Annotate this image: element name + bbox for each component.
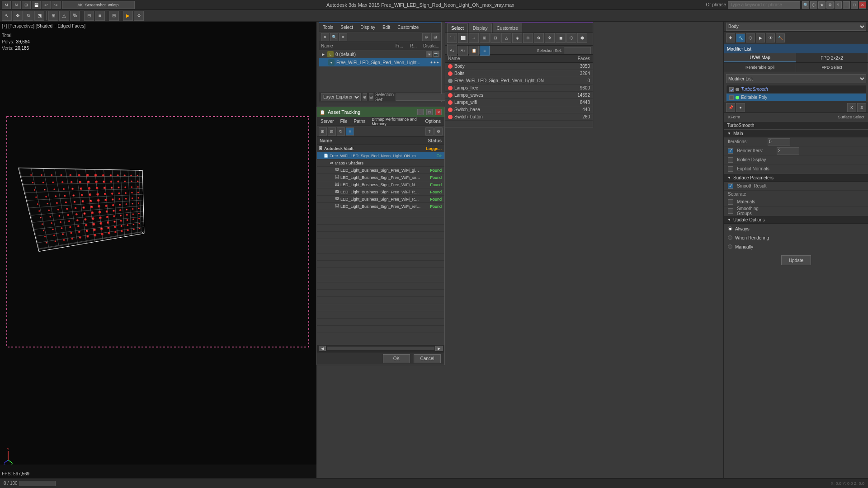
save-btn[interactable]: 💾 bbox=[32, 1, 41, 9]
at-scroll-right[interactable]: ▶ bbox=[435, 346, 443, 351]
at-row-rede[interactable]: 🖼 LED_Light_Business_Sign_Free_WiFi_Red_… bbox=[317, 196, 444, 203]
sfs-row-switch-btn[interactable]: Switch_button 260 bbox=[445, 113, 593, 121]
at-menu-file[interactable]: File bbox=[338, 118, 349, 125]
sfs-row-wifi-led[interactable]: Free_WiFi_LED_Sign_Red_Neon_Light_ON 0 bbox=[445, 77, 593, 84]
star-btn[interactable]: ★ bbox=[818, 1, 826, 9]
at-help-btn[interactable]: ? bbox=[425, 127, 434, 136]
at-maximize-btn[interactable]: □ bbox=[426, 109, 433, 115]
smoothing-groups-check[interactable] bbox=[728, 208, 733, 214]
align-btn[interactable]: ≡ bbox=[95, 11, 105, 21]
at-scroll-left[interactable]: ◀ bbox=[319, 346, 326, 351]
modifier-turbosmooth[interactable]: TurboSmooth bbox=[726, 85, 866, 94]
update-btn[interactable]: Update bbox=[781, 255, 811, 265]
rotate-tool-btn[interactable]: ↻ bbox=[24, 11, 33, 21]
settings-btn[interactable]: ⚙ bbox=[826, 1, 834, 9]
help-btn[interactable]: ? bbox=[835, 1, 842, 9]
sfs-filter4-btn[interactable]: ◈ bbox=[512, 33, 522, 43]
object-name-dropdown[interactable]: Body bbox=[726, 23, 866, 31]
rp-tab-display[interactable]: 👁 bbox=[766, 33, 775, 42]
at-btn2[interactable]: ⊟ bbox=[328, 127, 336, 136]
at-cancel-btn[interactable]: Cancel bbox=[414, 354, 441, 363]
smooth-result-check[interactable]: ✓ bbox=[728, 183, 733, 189]
sfs-all-btn[interactable]: ⬛ bbox=[447, 33, 457, 43]
render-setup-btn[interactable]: ⚙ bbox=[134, 11, 144, 21]
se-menu-edit[interactable]: Edit bbox=[381, 24, 392, 31]
layer-explorer-dropdown[interactable]: Layer Explorer bbox=[321, 93, 361, 101]
at-row-maps-shaders[interactable]: 🗂 Maps / Shaders bbox=[317, 160, 444, 167]
sfs-invert-btn[interactable]: ↔ bbox=[469, 33, 479, 43]
sfs-filter3-btn[interactable]: △ bbox=[501, 33, 511, 43]
sfs-row-lamps-waves[interactable]: Lamps_waves 14592 bbox=[445, 92, 593, 99]
layer-mgr-btn[interactable]: ⊞ bbox=[109, 11, 119, 21]
se-toolbar-btn1[interactable]: ⊕ bbox=[363, 93, 367, 101]
rp-tab-motion[interactable]: ▶ bbox=[756, 33, 765, 42]
at-row-redd[interactable]: 🖼 LED_Light_Business_Sign_Free_WiFi_Red_… bbox=[317, 188, 444, 196]
modifier-tab-uvw[interactable]: UVW Map bbox=[724, 53, 796, 62]
se-find-btn[interactable]: 🔍 bbox=[330, 33, 338, 41]
at-extra-btn[interactable]: ⚙ bbox=[434, 127, 443, 136]
when-rendering-radio[interactable] bbox=[728, 235, 732, 240]
modifier-dropdown[interactable]: Modifier List bbox=[726, 74, 866, 83]
search-input[interactable] bbox=[728, 1, 800, 9]
modifier-editable-poly[interactable]: Editable Poly bbox=[726, 94, 866, 102]
layer-wifi-obj[interactable]: ● Free_WiFi_LED_Sign_Red_Neon_Light... ✦… bbox=[319, 58, 441, 66]
angle-snap-btn[interactable]: △ bbox=[59, 11, 69, 21]
se-extra-btn1[interactable]: ⊕ bbox=[422, 33, 430, 41]
sfs-row-switch-base[interactable]: Switch_base 440 bbox=[445, 106, 593, 113]
sfs-tab-select[interactable]: Select bbox=[447, 23, 468, 33]
sfs-tab-customize[interactable]: Customize bbox=[493, 23, 522, 33]
at-scrollbar[interactable]: ◀ ▶ bbox=[317, 345, 444, 352]
redo-btn[interactable]: ↪ bbox=[52, 1, 61, 9]
at-menu-bitmap[interactable]: Bitmap Performance and Memory bbox=[370, 116, 420, 127]
new-btn[interactable]: N bbox=[12, 1, 21, 9]
isoline-check[interactable] bbox=[728, 157, 733, 163]
scale-tool-btn[interactable]: ⬔ bbox=[34, 11, 44, 21]
se-menu-customize[interactable]: Customize bbox=[396, 24, 420, 31]
sfs-tab-display[interactable]: Display bbox=[469, 23, 492, 33]
sfs-row-lamps-free[interactable]: Lamps_free 9600 bbox=[445, 84, 593, 92]
viewport[interactable]: [+] [Perspective] [Shaded + Edged Faces]… bbox=[0, 22, 316, 478]
at-btn4[interactable]: ≡ bbox=[346, 127, 354, 136]
ms-surface-btn[interactable]: S bbox=[857, 103, 866, 112]
sfs-row-lamps-wifi[interactable]: Lamps_wifi 8448 bbox=[445, 99, 593, 106]
at-menu-paths[interactable]: Paths bbox=[352, 118, 368, 125]
rp-tab-utilities[interactable]: 🔨 bbox=[776, 33, 785, 42]
explicit-normals-check[interactable] bbox=[728, 166, 733, 172]
at-minimize-btn[interactable]: _ bbox=[417, 109, 424, 115]
render-iters-check[interactable]: ✓ bbox=[728, 148, 733, 154]
se-menu-tools[interactable]: Tools bbox=[321, 24, 335, 31]
modifier-tab-fpd[interactable]: FPD 2x2x2 bbox=[796, 53, 868, 62]
se-menu-select[interactable]: Select bbox=[339, 24, 355, 31]
sfs-filter10-btn[interactable]: ⬢ bbox=[577, 33, 587, 43]
manually-radio[interactable] bbox=[728, 244, 732, 249]
sfs-filter8-btn[interactable]: ◼ bbox=[556, 33, 566, 43]
se-filter-btn[interactable]: ✕ bbox=[321, 33, 329, 41]
app-icon[interactable]: M bbox=[2, 1, 11, 9]
sfs-none-btn[interactable]: ⬜ bbox=[458, 33, 468, 43]
se-extra-btn2[interactable]: ⊞ bbox=[431, 33, 439, 41]
ms-pin-btn[interactable]: 📌 bbox=[726, 103, 735, 112]
render-iters-input[interactable] bbox=[777, 147, 799, 155]
close-btn[interactable]: ✕ bbox=[859, 1, 866, 9]
ms-xform-btn[interactable]: X bbox=[847, 103, 856, 112]
select-tool-btn[interactable]: ↖ bbox=[2, 11, 12, 21]
rp-tab-hierarchy[interactable]: ⬡ bbox=[746, 33, 755, 42]
rp-tab-create[interactable]: ✚ bbox=[726, 33, 735, 42]
at-ok-btn[interactable]: OK bbox=[383, 354, 410, 363]
modifier-tab-fpd-select[interactable]: FPD Select bbox=[796, 63, 868, 72]
percent-snap-btn[interactable]: % bbox=[70, 11, 80, 21]
sfs-filter6-btn[interactable]: ✿ bbox=[534, 33, 544, 43]
surface-params-header[interactable]: ▼ Surface Parameters bbox=[724, 174, 868, 182]
at-row-reflect[interactable]: 🖼 LED_Light_Business_Sign_Free_WiFi_refl… bbox=[317, 203, 444, 210]
sfs-row-bolts[interactable]: Bolts 3264 bbox=[445, 70, 593, 77]
viewport-canvas[interactable] bbox=[0, 22, 316, 465]
ts-check[interactable] bbox=[729, 87, 734, 92]
materials-check[interactable] bbox=[728, 199, 733, 205]
always-radio[interactable] bbox=[728, 226, 732, 231]
render-btn[interactable]: ▶ bbox=[123, 11, 133, 21]
at-menu-server[interactable]: Server bbox=[319, 118, 335, 125]
search-btn[interactable]: 🔍 bbox=[802, 1, 809, 9]
at-btn1[interactable]: ⊞ bbox=[319, 127, 327, 136]
at-btn3[interactable]: ↻ bbox=[337, 127, 345, 136]
sfs-filter7-btn[interactable]: ❖ bbox=[545, 33, 555, 43]
